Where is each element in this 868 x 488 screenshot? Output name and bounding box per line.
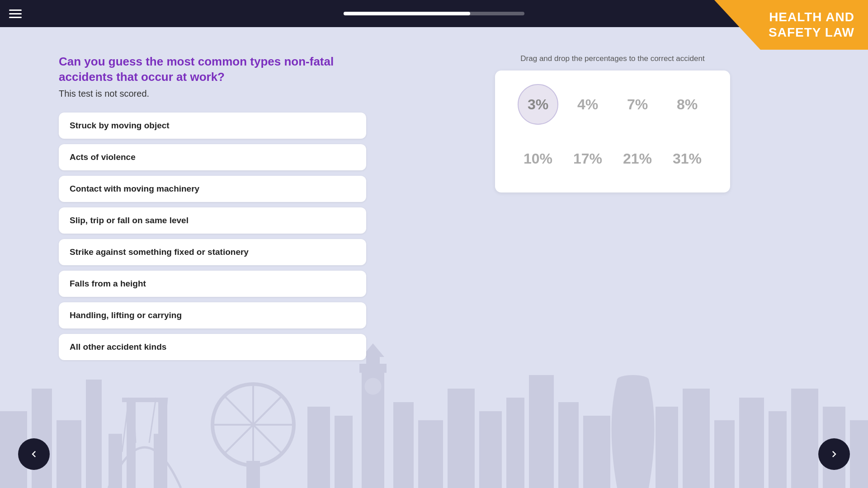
- drag-instruction: Drag and drop the percentages to the cor…: [520, 54, 704, 63]
- left-column: Can you guess the most common types non-…: [59, 54, 366, 360]
- svg-rect-2: [57, 420, 81, 488]
- percentages-row-2: 10%17%21%31%: [513, 138, 712, 179]
- percentages-box: 3%4%7%8% 10%17%21%31%: [495, 70, 730, 192]
- svg-rect-31: [529, 375, 554, 488]
- percentage-item-r2-3[interactable]: 21%: [617, 138, 658, 179]
- percentage-item-r1-3[interactable]: 7%: [617, 84, 658, 125]
- svg-rect-33: [583, 416, 610, 488]
- svg-rect-22: [393, 402, 414, 488]
- main-content: Can you guess the most common types non-…: [0, 32, 868, 360]
- accident-item-6[interactable]: Falls from a height: [59, 271, 366, 297]
- percentage-item-r1-1[interactable]: 3%: [518, 84, 558, 125]
- percentage-item-r2-2[interactable]: 17%: [567, 138, 608, 179]
- chevron-left-icon: [28, 448, 40, 460]
- svg-rect-3: [86, 380, 102, 488]
- svg-rect-28: [448, 389, 475, 488]
- progress-bar-container: [344, 12, 524, 15]
- progress-bar-fill: [344, 12, 470, 15]
- svg-rect-35: [656, 407, 678, 488]
- svg-rect-4: [108, 434, 122, 488]
- svg-rect-36: [683, 389, 710, 488]
- accident-item-7[interactable]: Handling, lifting or carrying: [59, 302, 366, 328]
- right-column: Drag and drop the percentages to the cor…: [393, 54, 832, 360]
- svg-rect-16: [335, 416, 353, 488]
- hamburger-menu[interactable]: [9, 9, 22, 18]
- chevron-right-icon: [828, 448, 840, 460]
- svg-rect-38: [739, 398, 764, 488]
- percentages-row-1: 3%4%7%8%: [513, 84, 712, 125]
- svg-rect-40: [791, 389, 818, 488]
- question-subtitle: This test is not scored.: [59, 89, 366, 99]
- svg-rect-14: [246, 461, 260, 488]
- svg-point-21: [364, 377, 382, 395]
- svg-rect-30: [506, 398, 524, 488]
- accident-item-4[interactable]: Slip, trip or fall on same level: [59, 207, 366, 234]
- svg-rect-37: [714, 420, 735, 488]
- accident-item-3[interactable]: Contact with moving machinery: [59, 176, 366, 202]
- svg-rect-15: [307, 407, 330, 488]
- svg-rect-32: [558, 402, 579, 488]
- percentage-item-r1-4[interactable]: 8%: [667, 84, 708, 125]
- question-title: Can you guess the most common types non-…: [59, 54, 366, 85]
- accident-item-5[interactable]: Strike against something fixed or statio…: [59, 239, 366, 265]
- svg-rect-6: [122, 398, 158, 402]
- svg-rect-42: [850, 420, 868, 488]
- prev-button[interactable]: [18, 438, 50, 470]
- accident-list: Struck by moving objectActs of violenceC…: [59, 113, 366, 360]
- accident-item-8[interactable]: All other accident kinds: [59, 334, 366, 360]
- next-button[interactable]: [818, 438, 850, 470]
- svg-rect-23: [418, 420, 443, 488]
- svg-rect-29: [479, 411, 502, 488]
- accident-item-2[interactable]: Acts of violence: [59, 144, 366, 170]
- percentage-item-r2-1[interactable]: 10%: [518, 138, 558, 179]
- svg-rect-39: [769, 411, 787, 488]
- percentage-item-r1-2[interactable]: 4%: [567, 84, 608, 125]
- percentage-item-r2-4[interactable]: 31%: [667, 138, 708, 179]
- accident-item-1[interactable]: Struck by moving object: [59, 113, 366, 139]
